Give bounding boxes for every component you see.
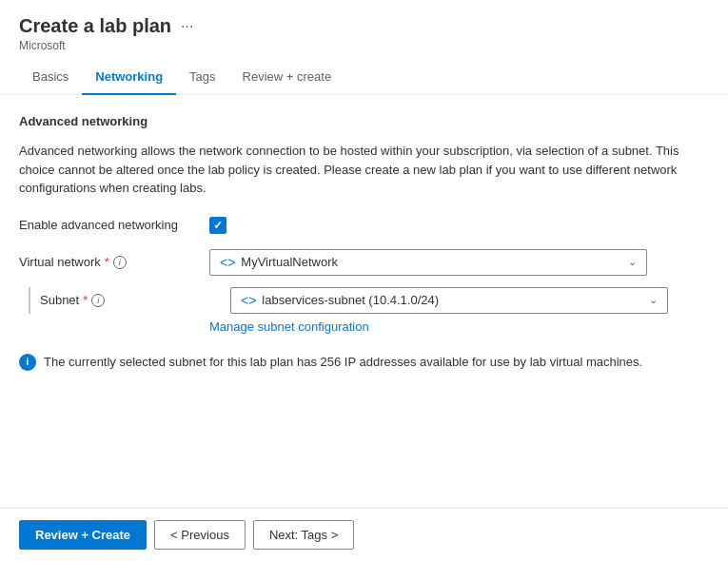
review-create-button[interactable]: Review + Create — [19, 520, 147, 550]
indent-line — [29, 287, 30, 314]
virtual-network-dropdown[interactable]: <> MyVirtualNetwork ⌄ — [209, 249, 647, 276]
subnet-chevron-down-icon: ⌄ — [649, 294, 658, 306]
info-circle-icon: i — [19, 354, 36, 371]
subnet-dropdown[interactable]: <> labservices-subnet (10.4.1.0/24) ⌄ — [230, 287, 668, 314]
enable-networking-row: Enable advanced networking — [19, 217, 709, 234]
enable-networking-label: Enable advanced networking — [19, 218, 209, 232]
manage-subnet-link[interactable]: Manage subnet configuration — [209, 319, 709, 334]
tab-review-create[interactable]: Review + create — [229, 60, 345, 95]
more-options-icon[interactable]: ··· — [181, 18, 193, 35]
previous-button[interactable]: < Previous — [154, 520, 246, 550]
main-content: Advanced networking Advanced networking … — [0, 95, 728, 508]
subnet-required: * — [83, 293, 88, 307]
description-text: Advanced networking allows the network c… — [19, 142, 685, 198]
subnet-indent: Subnet * i — [19, 287, 230, 314]
virtual-network-required: * — [105, 255, 109, 269]
page-header: Create a lab plan ··· Microsoft — [0, 0, 728, 60]
subnet-info-icon[interactable]: i — [91, 294, 105, 307]
virtual-network-label: Virtual network * i — [19, 255, 209, 269]
virtual-network-info-icon[interactable]: i — [113, 256, 127, 269]
info-banner-text: The currently selected subnet for this l… — [44, 353, 642, 372]
chevron-down-icon: ⌄ — [628, 256, 637, 268]
subnet-network-icon: <> — [241, 293, 256, 308]
subnet-section: Subnet * i <> labservices-subnet (10.4.1… — [19, 287, 709, 314]
tab-basics[interactable]: Basics — [19, 60, 82, 95]
network-icon: <> — [220, 255, 235, 270]
section-title: Advanced networking — [19, 114, 709, 128]
subnet-value: labservices-subnet (10.4.1.0/24) — [262, 293, 439, 307]
enable-networking-checkbox[interactable] — [209, 217, 226, 234]
page-title: Create a lab plan — [19, 15, 171, 37]
page-subtitle: Microsoft — [19, 39, 709, 52]
next-button[interactable]: Next: Tags > — [253, 520, 354, 550]
tab-tags[interactable]: Tags — [176, 60, 228, 95]
checkbox-checked[interactable] — [209, 217, 226, 234]
footer: Review + Create < Previous Next: Tags > — [0, 508, 728, 561]
info-banner: i The currently selected subnet for this… — [19, 353, 704, 372]
tab-networking[interactable]: Networking — [82, 60, 176, 95]
subnet-label: Subnet * i — [40, 293, 230, 307]
tabs-bar: Basics Networking Tags Review + create — [0, 60, 728, 95]
virtual-network-value: MyVirtualNetwork — [241, 255, 338, 269]
virtual-network-row: Virtual network * i <> MyVirtualNetwork … — [19, 249, 709, 276]
